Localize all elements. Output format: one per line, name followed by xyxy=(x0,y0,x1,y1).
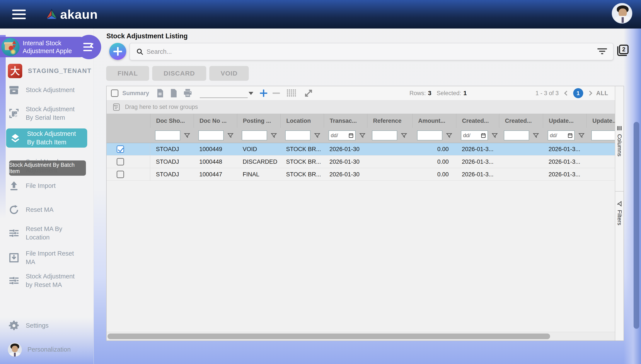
cell-doc-short: STOADJ xyxy=(150,156,194,168)
filter-input[interactable] xyxy=(285,130,310,140)
funnel-icon[interactable] xyxy=(533,132,539,139)
date-filter-input[interactable]: dd/ xyxy=(548,130,575,140)
funnel-icon[interactable] xyxy=(227,132,234,139)
sidebar-item-label: Stock Adjustment By Serial Item xyxy=(26,105,83,122)
sidebar-item-label: Stock Adjustment xyxy=(26,86,83,94)
funnel-icon[interactable] xyxy=(314,132,320,139)
export-file-icon[interactable] xyxy=(156,88,164,98)
pivot-grid-icon[interactable] xyxy=(287,89,296,97)
module-header[interactable]: Internal Stock Adjustment Apple xyxy=(0,37,90,57)
header-created-date[interactable]: Created... xyxy=(456,114,499,128)
calendar-icon xyxy=(568,133,572,138)
filter-input[interactable] xyxy=(417,130,442,140)
reset-icon xyxy=(8,204,20,216)
cell-updated-date: 2026-01-3... xyxy=(543,156,586,168)
funnel-icon[interactable] xyxy=(491,132,498,139)
zoom-in-icon[interactable] xyxy=(260,90,267,97)
final-button[interactable]: FINAL xyxy=(106,66,149,81)
sidebar-item-staging-tenant[interactable]: 大 STAGING_TENANT xyxy=(0,63,94,78)
header-doc-no[interactable]: Doc No ... xyxy=(194,114,237,128)
next-page-icon[interactable] xyxy=(587,91,592,96)
all-pages-button[interactable]: ALL xyxy=(596,90,608,97)
sidebar-item-settings[interactable]: Settings xyxy=(0,318,94,333)
header-created-by[interactable]: Created... xyxy=(499,114,543,128)
sidebar-item-personalization[interactable]: Personalization xyxy=(0,342,94,357)
cell-location: STOCK BR... xyxy=(280,143,324,155)
sidebar-item-stock-adjustment[interactable]: Stock Adjustment xyxy=(0,82,94,98)
search-icon xyxy=(136,48,143,55)
funnel-icon[interactable] xyxy=(401,132,407,139)
sidebar-item-stock-adjustment-serial[interactable]: Stock Adjustment By Serial Item xyxy=(0,102,94,124)
header-location[interactable]: Location xyxy=(280,114,324,128)
funnel-icon[interactable] xyxy=(578,132,585,139)
archive-icon xyxy=(8,84,20,96)
sidebar-item-reset-ma-by-location[interactable]: Reset MA By Location xyxy=(0,222,94,244)
funnel-icon[interactable] xyxy=(446,132,453,139)
filter-input[interactable] xyxy=(242,130,267,140)
row-groups-icon xyxy=(113,103,120,111)
search-input[interactable] xyxy=(146,48,597,55)
cell-transaction-date: 2026-01-30 xyxy=(324,156,367,168)
horizontal-scrollbar[interactable] xyxy=(107,332,615,340)
header-reference[interactable]: Reference xyxy=(367,114,412,128)
table-row[interactable]: STOADJ 1000449 VOID STOCK BR... 2026-01-… xyxy=(107,143,615,156)
filter-input[interactable] xyxy=(198,130,224,140)
table-row[interactable]: STOADJ 1000448 DISCARDED STOCK BR... 202… xyxy=(107,156,615,168)
void-button[interactable]: VOID xyxy=(209,66,249,81)
header-transaction[interactable]: Transac... xyxy=(324,114,367,128)
sidebar-item-reset-ma[interactable]: Reset MA xyxy=(0,202,94,218)
sidebar-item-stock-adjustment-by-reset-ma[interactable]: Stock Adjustment by Reset MA xyxy=(0,270,94,292)
add-button[interactable] xyxy=(109,43,126,60)
topbar: akaun xyxy=(0,0,641,28)
row-checkbox[interactable] xyxy=(117,146,124,153)
prev-page-icon[interactable] xyxy=(564,91,569,96)
date-filter-input[interactable]: dd/ xyxy=(329,130,356,140)
header-updated-by[interactable]: Update... xyxy=(586,114,615,128)
header-posting[interactable]: Posting ... xyxy=(237,114,280,128)
summary-checkbox[interactable] xyxy=(111,90,118,97)
cell-reference xyxy=(367,143,412,155)
funnel-icon[interactable] xyxy=(184,132,190,139)
tenant-icon: 大 xyxy=(8,64,22,78)
cell-transaction-date: 2026-01-30 xyxy=(324,168,367,180)
user-avatar[interactable] xyxy=(612,3,632,24)
tab-columns[interactable]: Columns xyxy=(615,123,623,156)
filter-input[interactable] xyxy=(591,130,615,140)
row-checkbox[interactable] xyxy=(117,171,124,178)
upload-icon xyxy=(8,180,20,192)
layers-icon xyxy=(9,132,21,144)
sidebar-collapse-button[interactable] xyxy=(77,35,101,59)
date-filter-input[interactable]: dd/ xyxy=(461,130,488,140)
filter-input[interactable] xyxy=(155,130,180,140)
view-select[interactable] xyxy=(200,88,248,98)
funnel-icon[interactable] xyxy=(271,132,277,139)
horizontal-scrollbar-thumb[interactable] xyxy=(107,334,550,339)
pages-badge-button[interactable]: 2 xyxy=(617,45,628,56)
sidebar-item-file-import[interactable]: File Import xyxy=(0,178,94,194)
brand-triangle-icon xyxy=(45,9,58,20)
header-amount[interactable]: Amount... xyxy=(412,114,456,128)
expand-icon[interactable] xyxy=(304,88,314,98)
row-group-panel[interactable]: Drag here to set row groups xyxy=(107,100,615,114)
zoom-out-icon[interactable] xyxy=(273,92,280,94)
sidebar-item-label: STAGING_TENANT xyxy=(28,66,85,75)
sidebar-item-stock-adjustment-batch[interactable]: Stock Adjustment By Batch Item xyxy=(6,128,87,148)
filter-icon[interactable] xyxy=(597,48,607,55)
table-row[interactable]: STOADJ 1000447 FINAL STOCK BR... 2026-01… xyxy=(107,168,615,181)
page-title: Stock Adjustment Listing xyxy=(106,32,188,40)
tab-filters[interactable]: Filters xyxy=(615,198,623,225)
discard-button[interactable]: DISCARD xyxy=(152,66,206,81)
filter-updated-date: dd/ xyxy=(543,128,586,143)
print-icon[interactable] xyxy=(183,89,192,98)
header-doc-short[interactable]: Doc Sho... xyxy=(150,114,194,128)
blank-file-icon[interactable] xyxy=(170,88,177,98)
current-page-button[interactable]: 1 xyxy=(573,88,583,98)
header-checkbox-col xyxy=(107,114,150,128)
row-checkbox[interactable] xyxy=(117,158,124,166)
hamburger-menu-icon[interactable] xyxy=(12,10,26,19)
filter-input[interactable] xyxy=(372,130,397,140)
header-updated-date[interactable]: Update... xyxy=(543,114,586,128)
sidebar-item-file-import-reset-ma[interactable]: File Import Reset MA xyxy=(0,250,94,266)
filter-input[interactable] xyxy=(504,130,529,140)
funnel-icon[interactable] xyxy=(359,132,366,139)
